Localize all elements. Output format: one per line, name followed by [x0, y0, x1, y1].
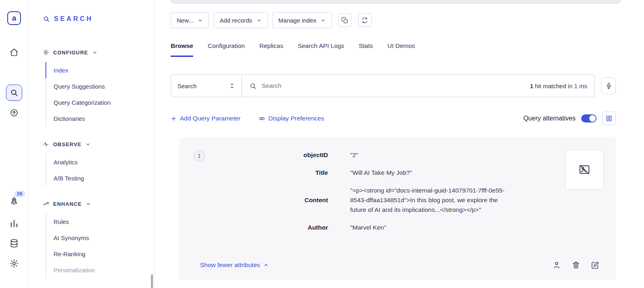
usage-badge: 2/5: [14, 191, 25, 197]
hit-rank-badge: 1: [194, 150, 205, 162]
add-query-parameter-label: Add Query Parameter: [180, 115, 241, 122]
edit-icon: [591, 261, 600, 269]
display-preferences-label: Display Preferences: [268, 115, 324, 122]
gear-icon: [43, 49, 49, 56]
hit-attributes: objectID "2" Title "Will AI Take My Job?…: [195, 150, 515, 232]
chevron-up-icon: [263, 262, 269, 268]
hit-actions: [552, 261, 600, 269]
sidebar-item-query-suggestions[interactable]: Query Suggestions: [46, 78, 154, 94]
settings-gear-icon[interactable]: [9, 259, 19, 268]
add-records-dropdown-button[interactable]: Add records: [214, 12, 268, 28]
query-area: [242, 75, 530, 97]
observe-list: Analytics A/B Testing: [45, 154, 154, 186]
analytics-bars-icon[interactable]: [9, 219, 19, 228]
eye-icon: [258, 115, 265, 122]
sidebar-item-label: A/B Testing: [54, 175, 84, 182]
new-dropdown-button[interactable]: New...: [171, 12, 209, 28]
tab-stats[interactable]: Stats: [359, 42, 373, 57]
sidebar-item-personalization[interactable]: Personalization: [46, 262, 154, 278]
sidebar-item-ai-synonyms[interactable]: AI Synonyms: [46, 230, 154, 246]
image-off-icon: [578, 164, 590, 176]
attr-name-author: Author: [195, 223, 328, 232]
home-icon[interactable]: [9, 48, 19, 57]
section-enhance[interactable]: ENHANCE: [43, 199, 154, 209]
search-input[interactable]: [262, 82, 522, 89]
hits-text: hit matched in 1 ms: [535, 83, 587, 89]
tab-replicas[interactable]: Replicas: [259, 42, 283, 57]
chevron-updown-icon: [229, 82, 235, 89]
sidebar-item-rules[interactable]: Rules: [46, 213, 154, 230]
tab-browse[interactable]: Browse: [171, 42, 193, 57]
configure-list: Index Query Suggestions Query Categoriza…: [45, 62, 154, 126]
hits-count: 1: [530, 83, 533, 89]
show-fewer-attributes-link[interactable]: Show fewer attributes: [200, 261, 269, 269]
attr-value-objectid: "2": [350, 150, 515, 160]
search-product-icon[interactable]: [6, 85, 22, 101]
manage-index-label: Manage index: [279, 17, 316, 24]
section-configure-label: CONFIGURE: [53, 50, 88, 56]
add-query-parameter-link[interactable]: Add Query Parameter: [171, 115, 241, 122]
trending-up-icon: [43, 201, 49, 207]
sidebar-item-label: AI Synonyms: [54, 234, 89, 241]
chevron-down-icon: [320, 18, 326, 23]
sidebar-product-title: SEARCH: [43, 13, 154, 25]
hit-card: 1 objectID "2" Title "Will AI Take My Jo…: [179, 137, 616, 280]
manage-index-dropdown-button[interactable]: Manage index: [272, 12, 332, 28]
new-button-label: New...: [177, 17, 194, 24]
rocket-icon[interactable]: [9, 197, 19, 206]
sidebar-item-label: Re-Ranking: [54, 251, 85, 257]
attr-value-content: "<p><strong id="docs-internal-guid-14079…: [350, 186, 515, 215]
tab-ui-demos[interactable]: UI Demos: [387, 42, 415, 57]
copy-index-button[interactable]: [338, 13, 352, 27]
tab-search-api-logs[interactable]: Search API Logs: [298, 42, 344, 57]
sidebar-item-query-categorization[interactable]: Query Categorization: [46, 94, 154, 110]
sidebar-item-index[interactable]: Index: [45, 62, 154, 78]
chevron-down-icon: [198, 18, 203, 23]
delete-record-button[interactable]: [572, 261, 580, 269]
edit-record-button[interactable]: [591, 261, 600, 269]
section-observe[interactable]: OBSERVE: [43, 139, 154, 149]
image-placeholder[interactable]: [565, 149, 604, 190]
attr-value-author: "Marvel Ken": [350, 223, 515, 232]
sidebar-item-analytics[interactable]: Analytics: [46, 154, 154, 170]
sidebar-item-label: Dictionaries: [54, 115, 85, 122]
search-icon: [249, 82, 257, 90]
refresh-button[interactable]: [358, 13, 372, 27]
sidebar-item-re-ranking[interactable]: Re-Ranking: [46, 246, 154, 262]
search-icon: [43, 15, 50, 23]
display-mode-button[interactable]: [602, 112, 616, 125]
toggle-knob: [589, 115, 596, 122]
index-toolbar: New... Add records Manage index: [171, 12, 616, 28]
sidebar-scrollbar[interactable]: [151, 274, 153, 288]
tab-configuration[interactable]: Configuration: [208, 42, 245, 57]
query-alternatives-label: Query alternatives: [523, 115, 576, 122]
sidebar-item-label: Query Categorization: [54, 99, 111, 106]
sidebar-item-label: Index: [54, 67, 68, 74]
add-records-label: Add records: [220, 17, 252, 24]
collapsed-banner-edge: [171, 0, 621, 4]
chevron-down-icon: [86, 201, 91, 207]
voice-search-button[interactable]: [601, 77, 616, 94]
chevron-down-icon: [85, 142, 91, 147]
query-alternatives-toggle[interactable]: [581, 114, 597, 122]
sidebar-item-label: Analytics: [54, 159, 78, 166]
display-preferences-link[interactable]: Display Preferences: [258, 115, 324, 122]
main-content: New... Add records Manage index Browse C…: [154, 0, 644, 288]
grid-icon: [605, 115, 613, 122]
sidebar-item-dictionaries[interactable]: Dictionaries: [46, 110, 154, 126]
data-sources-icon[interactable]: [9, 238, 19, 248]
plus-icon: [171, 116, 177, 122]
person-preview-button[interactable]: [552, 261, 561, 269]
attr-name-objectid: objectID: [195, 150, 328, 160]
attr-value-title: "Will AI Take My Job?": [350, 168, 515, 178]
algolia-logo[interactable]: a: [7, 11, 21, 25]
sidebar-item-label: Rules: [54, 218, 69, 225]
section-observe-label: OBSERVE: [53, 141, 81, 147]
recommend-icon[interactable]: [9, 108, 19, 118]
sidebar-item-ab-testing[interactable]: A/B Testing: [46, 170, 154, 186]
section-configure[interactable]: CONFIGURE: [43, 48, 154, 57]
show-fewer-label: Show fewer attributes: [200, 261, 260, 269]
search-bar-row: Search 1 hit matched in 1 ms: [171, 75, 616, 97]
product-title-label: SEARCH: [54, 15, 93, 23]
search-type-selector[interactable]: Search: [171, 75, 242, 97]
